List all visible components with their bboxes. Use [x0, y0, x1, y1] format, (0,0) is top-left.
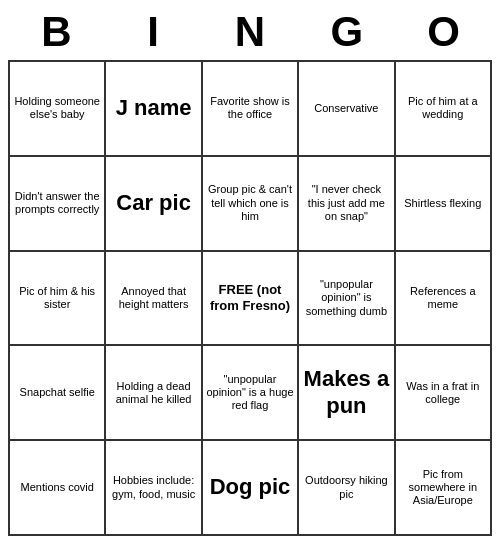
bingo-cell-21[interactable]: Hobbies include: gym, food, music — [105, 440, 201, 535]
bingo-cell-5[interactable]: Didn't answer the prompts correctly — [9, 156, 105, 251]
letter-b: B — [15, 8, 97, 56]
letter-n: N — [209, 8, 291, 56]
bingo-cell-19[interactable]: Was in a frat in college — [395, 345, 491, 440]
letter-i: I — [112, 8, 194, 56]
bingo-cell-24[interactable]: Pic from somewhere in Asia/Europe — [395, 440, 491, 535]
bingo-cell-7[interactable]: Group pic & can't tell which one is him — [202, 156, 298, 251]
letter-g: G — [306, 8, 388, 56]
bingo-cell-17[interactable]: "unpopular opinion" is a huge red flag — [202, 345, 298, 440]
letter-o: O — [403, 8, 485, 56]
bingo-cell-2[interactable]: Favorite show is the office — [202, 61, 298, 156]
bingo-grid: Holding someone else's babyJ nameFavorit… — [8, 60, 492, 536]
bingo-cell-4[interactable]: Pic of him at a wedding — [395, 61, 491, 156]
bingo-title: B I N G O — [8, 8, 492, 56]
bingo-cell-22[interactable]: Dog pic — [202, 440, 298, 535]
bingo-cell-12[interactable]: FREE (not from Fresno) — [202, 251, 298, 346]
bingo-cell-6[interactable]: Car pic — [105, 156, 201, 251]
bingo-cell-14[interactable]: References a meme — [395, 251, 491, 346]
bingo-cell-15[interactable]: Snapchat selfie — [9, 345, 105, 440]
bingo-cell-0[interactable]: Holding someone else's baby — [9, 61, 105, 156]
bingo-cell-8[interactable]: "I never check this just add me on snap" — [298, 156, 394, 251]
bingo-cell-23[interactable]: Outdoorsy hiking pic — [298, 440, 394, 535]
bingo-cell-13[interactable]: "unpopular opinion" is something dumb — [298, 251, 394, 346]
bingo-cell-20[interactable]: Mentions covid — [9, 440, 105, 535]
bingo-cell-18[interactable]: Makes a pun — [298, 345, 394, 440]
bingo-cell-1[interactable]: J name — [105, 61, 201, 156]
bingo-cell-3[interactable]: Conservative — [298, 61, 394, 156]
bingo-cell-9[interactable]: Shirtless flexing — [395, 156, 491, 251]
bingo-cell-11[interactable]: Annoyed that height matters — [105, 251, 201, 346]
bingo-cell-10[interactable]: Pic of him & his sister — [9, 251, 105, 346]
bingo-cell-16[interactable]: Holding a dead animal he killed — [105, 345, 201, 440]
